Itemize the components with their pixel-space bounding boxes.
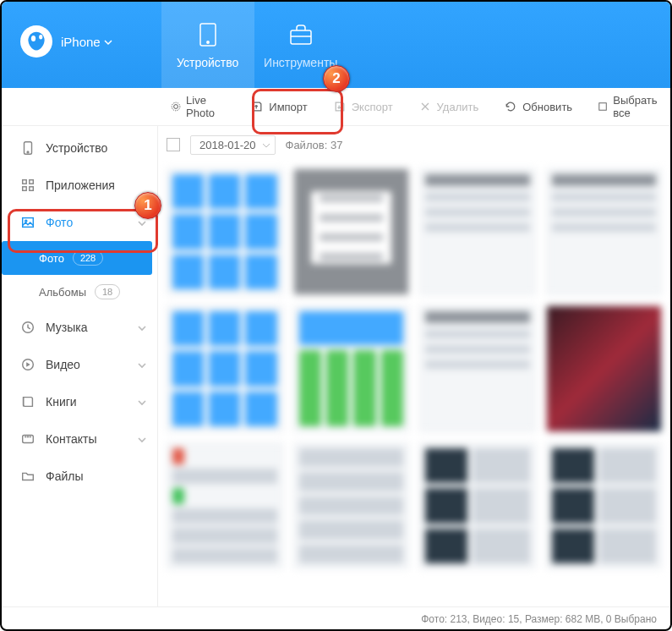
- svg-point-6: [174, 105, 178, 109]
- sidebar-item-books[interactable]: Книги: [2, 383, 157, 420]
- svg-rect-9: [25, 142, 32, 154]
- live-photo-icon: [171, 100, 181, 113]
- sidebar-item-music[interactable]: Музыка: [2, 309, 157, 346]
- sidebar-item-label: Контакты: [46, 432, 96, 446]
- sidebar-item-label: Видео: [46, 358, 80, 371]
- sidebar-sub-label: Фото: [39, 252, 64, 265]
- live-photo-button[interactable]: Live Photo: [162, 89, 233, 124]
- toolbar: Live Photo Импорт Экспорт Удалить Обнови…: [2, 88, 670, 126]
- delete-button[interactable]: Удалить: [410, 95, 488, 118]
- thumbnail[interactable]: [546, 442, 663, 569]
- sidebar-item-label: Устройство: [46, 141, 107, 155]
- svg-point-1: [39, 35, 42, 40]
- tablet-icon: [194, 20, 222, 49]
- chevron-right-icon: [137, 397, 147, 407]
- thumbnail[interactable]: [546, 305, 663, 432]
- filter-bar: 2018-01-20 Файлов: 37: [158, 126, 670, 163]
- toolbox-icon: [287, 20, 315, 49]
- contacts-icon: [20, 431, 36, 447]
- thumbnail[interactable]: [293, 305, 410, 432]
- refresh-button[interactable]: Обновить: [495, 95, 581, 118]
- live-photo-label: Live Photo: [186, 94, 225, 119]
- svg-rect-15: [23, 218, 34, 228]
- badge-count: 228: [73, 250, 103, 266]
- select-all-label: Выбрать все: [613, 94, 662, 119]
- nav-device[interactable]: Устройство: [161, 2, 254, 88]
- device-name: iPhone: [61, 35, 101, 49]
- svg-rect-12: [30, 180, 34, 184]
- book-icon: [20, 394, 36, 409]
- svg-point-3: [207, 41, 209, 43]
- content-area: 2018-01-20 Файлов: 37: [158, 126, 670, 606]
- thumbnail-grid: [158, 163, 670, 606]
- nav-tools-label: Инструменты: [264, 56, 337, 69]
- sidebar-item-label: Файлы: [46, 469, 83, 483]
- image-icon: [20, 215, 36, 230]
- svg-point-7: [172, 102, 180, 111]
- checkbox-icon: [598, 100, 608, 113]
- thumbnail[interactable]: [419, 442, 536, 569]
- device-selector[interactable]: iPhone: [2, 2, 128, 58]
- annotation-badge: 2: [323, 65, 350, 92]
- sidebar-item-apps[interactable]: Приложения: [2, 167, 157, 204]
- import-label: Импорт: [269, 101, 307, 113]
- status-text: Фото: 213, Видео: 15, Размер: 682 MB, 0 …: [421, 613, 657, 625]
- import-icon: [250, 100, 264, 113]
- badge-count: 18: [95, 284, 120, 299]
- sidebar-item-photo[interactable]: Фото: [2, 204, 157, 241]
- svg-rect-14: [30, 187, 34, 191]
- svg-point-21: [28, 436, 29, 437]
- svg-point-22: [30, 436, 30, 437]
- thumbnail[interactable]: [293, 442, 410, 569]
- chevron-down-icon: [262, 141, 270, 150]
- svg-rect-8: [599, 103, 606, 110]
- thumbnail[interactable]: [167, 168, 283, 295]
- music-icon: [20, 320, 36, 335]
- sidebar-item-contacts[interactable]: Контакты: [2, 420, 157, 458]
- svg-rect-13: [23, 187, 27, 191]
- sidebar-item-label: Приложения: [46, 178, 115, 192]
- sidebar-sub-photo[interactable]: Фото 228: [2, 241, 152, 275]
- thumbnail[interactable]: [167, 442, 283, 569]
- sidebar-sub-albums[interactable]: Альбомы 18: [2, 275, 157, 309]
- sidebar-item-label: Фото: [46, 216, 73, 229]
- sidebar-item-label: Музыка: [46, 321, 88, 334]
- svg-point-20: [25, 436, 26, 437]
- folder-icon: [20, 469, 36, 484]
- sidebar-sub-label: Альбомы: [39, 286, 86, 299]
- nav-device-label: Устройство: [177, 56, 238, 69]
- thumbnail[interactable]: [419, 305, 536, 432]
- select-all-button[interactable]: Выбрать все: [589, 89, 670, 124]
- svg-point-0: [31, 36, 36, 41]
- svg-rect-4: [291, 30, 311, 44]
- chevron-down-icon: [104, 35, 112, 49]
- chevron-right-icon: [137, 434, 147, 444]
- chevron-right-icon: [137, 322, 147, 332]
- svg-point-10: [27, 151, 29, 153]
- sidebar-item-label: Книги: [46, 395, 77, 409]
- chevron-right-icon: [137, 359, 147, 370]
- delete-label: Удалить: [437, 101, 479, 113]
- date-filter[interactable]: 2018-01-20: [190, 135, 276, 155]
- select-all-checkbox[interactable]: [167, 138, 180, 151]
- video-icon: [20, 357, 36, 372]
- app-logo-icon: [20, 25, 52, 58]
- export-label: Экспорт: [352, 101, 393, 113]
- thumbnail[interactable]: [293, 168, 410, 295]
- sidebar-item-files[interactable]: Файлы: [2, 458, 157, 495]
- sidebar-item-device[interactable]: Устройство: [2, 129, 157, 167]
- thumbnail[interactable]: [546, 168, 663, 295]
- status-bar: Фото: 213, Видео: 15, Размер: 682 MB, 0 …: [2, 606, 670, 631]
- sidebar: Устройство Приложения Фото Фото 228 Альб…: [2, 126, 158, 606]
- export-icon: [333, 100, 347, 113]
- thumbnail[interactable]: [167, 305, 283, 432]
- phone-icon: [20, 140, 36, 156]
- svg-rect-11: [23, 180, 27, 184]
- thumbnail[interactable]: [419, 168, 536, 295]
- export-button[interactable]: Экспорт: [325, 95, 402, 118]
- file-count-label: Файлов: 37: [286, 139, 343, 151]
- annotation-badge: 1: [134, 192, 161, 219]
- sidebar-item-video[interactable]: Видео: [2, 346, 157, 383]
- import-button[interactable]: Импорт: [242, 95, 315, 118]
- refresh-label: Обновить: [522, 101, 572, 113]
